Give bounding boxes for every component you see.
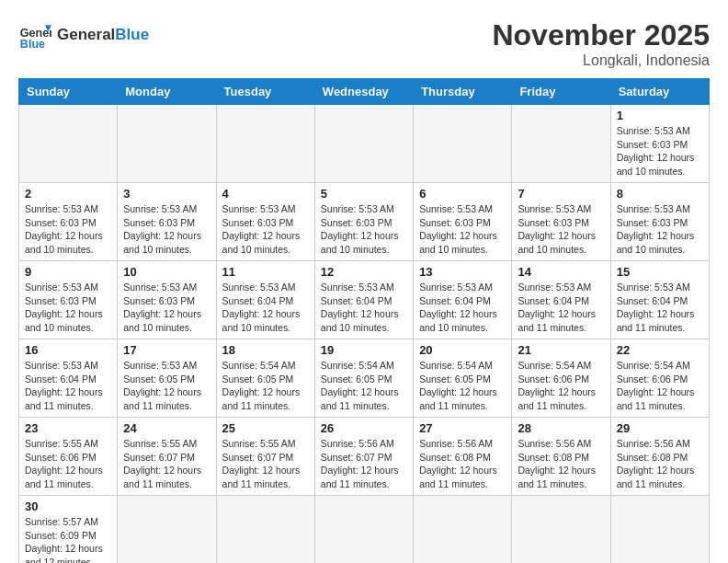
calendar-cell: 22Sunrise: 5:54 AM Sunset: 6:06 PM Dayli… [610, 339, 709, 418]
svg-text:Blue: Blue [20, 38, 45, 51]
calendar-cell [610, 496, 709, 564]
day-info: Sunrise: 5:55 AM Sunset: 6:07 PM Dayligh… [222, 437, 309, 491]
day-info: Sunrise: 5:53 AM Sunset: 6:03 PM Dayligh… [25, 202, 111, 257]
calendar-cell [19, 105, 118, 183]
day-number: 28 [518, 421, 604, 435]
day-number: 26 [321, 421, 407, 435]
day-info: Sunrise: 5:53 AM Sunset: 6:04 PM Dayligh… [25, 359, 111, 413]
day-number: 25 [222, 421, 309, 435]
calendar-cell: 14Sunrise: 5:53 AM Sunset: 6:04 PM Dayli… [512, 261, 610, 339]
calendar-cell: 4Sunrise: 5:53 AM Sunset: 6:03 PM Daylig… [216, 183, 314, 261]
logo-icon: General Blue [18, 18, 51, 52]
day-info: Sunrise: 5:53 AM Sunset: 6:03 PM Dayligh… [518, 202, 604, 257]
col-header-tuesday: Tuesday [216, 79, 314, 105]
day-info: Sunrise: 5:54 AM Sunset: 6:06 PM Dayligh… [617, 359, 703, 413]
calendar-cell: 17Sunrise: 5:53 AM Sunset: 6:05 PM Dayli… [118, 339, 216, 418]
calendar-cell [314, 105, 413, 183]
day-info: Sunrise: 5:53 AM Sunset: 6:03 PM Dayligh… [419, 202, 506, 257]
calendar-cell [512, 496, 610, 564]
day-number: 29 [617, 421, 703, 435]
calendar-cell: 29Sunrise: 5:56 AM Sunset: 6:08 PM Dayli… [610, 418, 709, 496]
col-header-thursday: Thursday [414, 79, 512, 105]
title-block: November 2025 Longkali, Indonesia [492, 18, 710, 69]
calendar-cell: 26Sunrise: 5:56 AM Sunset: 6:07 PM Dayli… [314, 418, 413, 496]
week-row-4: 16Sunrise: 5:53 AM Sunset: 6:04 PM Dayli… [19, 339, 710, 418]
logo: General Blue GeneralBlue [18, 18, 149, 52]
week-row-1: 1Sunrise: 5:53 AM Sunset: 6:03 PM Daylig… [19, 105, 710, 183]
calendar-cell: 6Sunrise: 5:53 AM Sunset: 6:03 PM Daylig… [414, 183, 512, 261]
day-info: Sunrise: 5:54 AM Sunset: 6:06 PM Dayligh… [518, 359, 604, 413]
day-info: Sunrise: 5:53 AM Sunset: 6:03 PM Dayligh… [222, 202, 309, 257]
day-number: 13 [419, 265, 506, 279]
month-title: November 2025 [492, 18, 710, 52]
day-info: Sunrise: 5:53 AM Sunset: 6:03 PM Dayligh… [123, 281, 210, 335]
calendar-cell: 10Sunrise: 5:53 AM Sunset: 6:03 PM Dayli… [118, 261, 216, 339]
col-header-friday: Friday [512, 79, 610, 105]
day-info: Sunrise: 5:56 AM Sunset: 6:08 PM Dayligh… [419, 437, 506, 491]
day-number: 7 [518, 187, 604, 201]
calendar-cell [118, 496, 216, 564]
calendar-cell: 25Sunrise: 5:55 AM Sunset: 6:07 PM Dayli… [216, 418, 314, 496]
day-info: Sunrise: 5:53 AM Sunset: 6:04 PM Dayligh… [419, 281, 506, 335]
calendar-cell: 5Sunrise: 5:53 AM Sunset: 6:03 PM Daylig… [314, 183, 413, 261]
day-number: 21 [518, 343, 604, 357]
day-number: 3 [123, 187, 210, 201]
calendar-cell [314, 496, 413, 564]
day-number: 4 [222, 187, 309, 201]
day-number: 1 [617, 109, 703, 122]
day-info: Sunrise: 5:53 AM Sunset: 6:04 PM Dayligh… [222, 281, 309, 335]
day-number: 14 [518, 265, 604, 279]
day-number: 6 [419, 187, 506, 201]
calendar-cell: 27Sunrise: 5:56 AM Sunset: 6:08 PM Dayli… [414, 418, 512, 496]
day-info: Sunrise: 5:53 AM Sunset: 6:03 PM Dayligh… [617, 124, 703, 178]
calendar-cell: 28Sunrise: 5:56 AM Sunset: 6:08 PM Dayli… [512, 418, 610, 496]
day-number: 10 [123, 265, 210, 279]
day-number: 23 [25, 421, 111, 435]
day-number: 2 [25, 187, 111, 201]
calendar-cell [512, 105, 610, 183]
day-number: 27 [419, 421, 506, 435]
day-number: 5 [321, 187, 407, 201]
calendar-cell: 11Sunrise: 5:53 AM Sunset: 6:04 PM Dayli… [216, 261, 314, 339]
calendar-cell [414, 496, 512, 564]
calendar-cell: 16Sunrise: 5:53 AM Sunset: 6:04 PM Dayli… [19, 339, 118, 418]
col-header-monday: Monday [118, 79, 216, 105]
day-info: Sunrise: 5:54 AM Sunset: 6:05 PM Dayligh… [419, 359, 506, 413]
calendar-cell: 1Sunrise: 5:53 AM Sunset: 6:03 PM Daylig… [610, 105, 709, 183]
calendar-cell [216, 496, 314, 564]
day-number: 19 [321, 343, 407, 357]
calendar-cell: 2Sunrise: 5:53 AM Sunset: 6:03 PM Daylig… [19, 183, 118, 261]
day-number: 16 [25, 343, 111, 357]
day-number: 11 [222, 265, 309, 279]
calendar-cell: 20Sunrise: 5:54 AM Sunset: 6:05 PM Dayli… [414, 339, 512, 418]
day-number: 12 [321, 265, 407, 279]
day-number: 9 [25, 265, 111, 279]
calendar-table: SundayMondayTuesdayWednesdayThursdayFrid… [18, 78, 710, 563]
day-info: Sunrise: 5:55 AM Sunset: 6:07 PM Dayligh… [123, 437, 210, 491]
day-info: Sunrise: 5:56 AM Sunset: 6:07 PM Dayligh… [321, 437, 407, 491]
col-header-sunday: Sunday [19, 79, 118, 105]
day-number: 30 [25, 500, 111, 513]
calendar-cell [414, 105, 512, 183]
day-info: Sunrise: 5:54 AM Sunset: 6:05 PM Dayligh… [321, 359, 407, 413]
day-number: 20 [419, 343, 506, 357]
calendar-cell: 15Sunrise: 5:53 AM Sunset: 6:04 PM Dayli… [610, 261, 709, 339]
calendar-cell: 24Sunrise: 5:55 AM Sunset: 6:07 PM Dayli… [118, 418, 216, 496]
calendar-header-row: SundayMondayTuesdayWednesdayThursdayFrid… [19, 79, 710, 105]
day-info: Sunrise: 5:53 AM Sunset: 6:04 PM Dayligh… [518, 281, 604, 335]
calendar-cell: 18Sunrise: 5:54 AM Sunset: 6:05 PM Dayli… [216, 339, 314, 418]
day-info: Sunrise: 5:53 AM Sunset: 6:03 PM Dayligh… [321, 202, 407, 257]
col-header-saturday: Saturday [610, 79, 709, 105]
calendar-cell: 7Sunrise: 5:53 AM Sunset: 6:03 PM Daylig… [512, 183, 610, 261]
calendar-cell: 8Sunrise: 5:53 AM Sunset: 6:03 PM Daylig… [610, 183, 709, 261]
day-number: 18 [222, 343, 309, 357]
calendar-cell: 9Sunrise: 5:53 AM Sunset: 6:03 PM Daylig… [19, 261, 118, 339]
calendar-cell: 23Sunrise: 5:55 AM Sunset: 6:06 PM Dayli… [19, 418, 118, 496]
calendar-cell [118, 105, 216, 183]
week-row-5: 23Sunrise: 5:55 AM Sunset: 6:06 PM Dayli… [19, 418, 710, 496]
day-number: 15 [617, 265, 703, 279]
day-info: Sunrise: 5:54 AM Sunset: 6:05 PM Dayligh… [222, 359, 309, 413]
location-subtitle: Longkali, Indonesia [492, 52, 710, 69]
day-info: Sunrise: 5:53 AM Sunset: 6:05 PM Dayligh… [123, 359, 210, 413]
calendar-cell: 30Sunrise: 5:57 AM Sunset: 6:09 PM Dayli… [19, 496, 118, 564]
